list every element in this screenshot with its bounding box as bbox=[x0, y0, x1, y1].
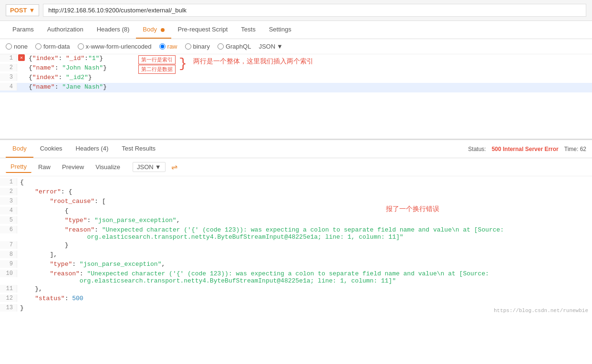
resp-line-11: 11 }, bbox=[0, 285, 592, 294]
resp-linenum-6: 6 bbox=[0, 226, 17, 233]
resp-linecode-3: "root_cause": [ bbox=[17, 197, 108, 205]
resp-linecode-12: "status": 500 bbox=[17, 294, 86, 303]
method-chevron: ▼ bbox=[29, 7, 35, 14]
editor-line-1: 1 ✕ {"index": "_id":"1"} bbox=[0, 54, 592, 64]
resp-tab-body[interactable]: Body bbox=[6, 140, 33, 158]
tab-params[interactable]: Params bbox=[6, 21, 41, 39]
body-dot bbox=[161, 28, 165, 32]
json-format-dropdown[interactable]: JSON ▼ bbox=[133, 162, 166, 172]
option-urlencoded[interactable]: x-www-form-urlencoded bbox=[78, 43, 152, 50]
tab-headers[interactable]: Headers (8) bbox=[90, 21, 136, 39]
resp-linenum-5: 5 bbox=[0, 216, 17, 224]
option-none[interactable]: none bbox=[6, 43, 28, 50]
json-format-button[interactable]: JSON ▼ bbox=[259, 43, 283, 50]
resp-linecode-8: ], bbox=[17, 251, 60, 259]
resp-tab-headers[interactable]: Headers (4) bbox=[69, 140, 115, 158]
tab-settings[interactable]: Settings bbox=[262, 21, 298, 39]
resp-linenum-2: 2 bbox=[0, 188, 17, 195]
resp-line-2: 2 "error": { bbox=[0, 188, 592, 197]
resp-line-10: 10 "reason": "Unexpected character ('{' … bbox=[0, 270, 592, 285]
resp-linecode-2: "error": { bbox=[17, 188, 75, 196]
resp-line-6: 6 "reason": "Unexpected character ('{' (… bbox=[0, 226, 592, 241]
resp-line-12: 12 "status": 500 bbox=[0, 294, 592, 304]
resp-linenum-7: 7 bbox=[0, 241, 17, 249]
line-num-2: 2 bbox=[0, 64, 17, 71]
resp-linenum-1: 1 bbox=[0, 178, 17, 186]
tab-body[interactable]: Body bbox=[136, 21, 171, 39]
resp-linenum-10: 10 bbox=[0, 270, 17, 277]
resp-tabs: Body Cookies Headers (4) Test Results bbox=[6, 140, 162, 158]
watermark: https://blog.csdn.net/runewbie bbox=[494, 308, 588, 313]
line-num-4: 4 bbox=[0, 83, 17, 91]
resp-linenum-8: 8 bbox=[0, 251, 17, 258]
url-input[interactable] bbox=[43, 4, 586, 17]
resp-linenum-12: 12 bbox=[0, 294, 17, 302]
time-value: Time: 62 bbox=[564, 146, 586, 152]
option-binary[interactable]: binary bbox=[185, 43, 210, 50]
output-tabs: Pretty Raw Preview Visualize JSON ▼ ⇌ bbox=[0, 158, 592, 176]
json-format-label: JSON bbox=[137, 163, 154, 171]
resp-linecode-1: { bbox=[17, 178, 27, 186]
resp-linecode-13: } bbox=[17, 304, 27, 312]
line-code-1: {"index": "_id":"1"} bbox=[26, 54, 106, 62]
editor-area[interactable]: 1 ✕ {"index": "_id":"1"} 2 {"name": "Joh… bbox=[0, 54, 592, 140]
request-tabs: Params Authorization Headers (8) Body Pr… bbox=[0, 21, 592, 39]
option-raw[interactable]: raw bbox=[159, 43, 177, 50]
resp-line-5: 5 "type": "json_parse_exception", bbox=[0, 216, 592, 226]
resp-linenum-3: 3 bbox=[0, 197, 17, 205]
resp-linenum-13: 13 bbox=[0, 304, 17, 312]
tab-tests[interactable]: Tests bbox=[234, 21, 262, 39]
json-label: JSON bbox=[259, 43, 275, 50]
resp-tab-cookies[interactable]: Cookies bbox=[33, 140, 69, 158]
line-num-3: 3 bbox=[0, 73, 17, 81]
resp-linecode-10: "reason": "Unexpected character ('{' (co… bbox=[17, 270, 492, 285]
resp-linenum-11: 11 bbox=[0, 285, 17, 293]
response-area: Body Cookies Headers (4) Test Results St… bbox=[0, 140, 592, 315]
tab-prerequest[interactable]: Pre-request Script bbox=[171, 21, 235, 39]
editor-lines: 1 ✕ {"index": "_id":"1"} 2 {"name": "Joh… bbox=[0, 54, 592, 92]
wrap-icon[interactable]: ⇌ bbox=[171, 162, 177, 172]
editor-line-3: 3 {"index": "_id2"} bbox=[0, 73, 592, 83]
resp-code: 1 { 2 "error": { 3 "root_cause": [ 4 { 5… bbox=[0, 176, 592, 315]
resp-linenum-9: 9 bbox=[0, 260, 17, 268]
resp-line-4: 4 { bbox=[0, 207, 592, 216]
resp-tab-testresults[interactable]: Test Results bbox=[115, 140, 162, 158]
status-info: Status: 500 Internal Server Error Time: … bbox=[468, 146, 586, 152]
line-code-2: {"name": "John Nash"} bbox=[26, 64, 110, 72]
out-tab-preview[interactable]: Preview bbox=[57, 162, 89, 172]
json-format-chevron: ▼ bbox=[155, 163, 161, 171]
line-code-4: {"name": "Jane Nash"} bbox=[26, 83, 110, 91]
resp-linecode-4: { bbox=[17, 207, 71, 215]
resp-line-1: 1 { bbox=[0, 178, 592, 188]
line-num-1: 1 bbox=[0, 54, 17, 62]
resp-linecode-6: "reason": "Unexpected character ('{' (co… bbox=[17, 226, 507, 241]
resp-linenum-4: 4 bbox=[0, 207, 17, 214]
status-value: 500 Internal Server Error bbox=[492, 146, 559, 152]
tab-authorization[interactable]: Authorization bbox=[41, 21, 90, 39]
resp-line-3: 3 "root_cause": [ bbox=[0, 197, 592, 207]
out-tab-visualize[interactable]: Visualize bbox=[91, 162, 125, 172]
editor-line-2: 2 {"name": "John Nash"} bbox=[0, 64, 592, 73]
body-options: none form-data x-www-form-urlencoded raw… bbox=[0, 39, 592, 54]
method-select[interactable]: POST ▼ bbox=[6, 4, 39, 16]
status-label: Status: bbox=[468, 146, 486, 152]
resp-line-8: 8 ], bbox=[0, 251, 592, 260]
editor-line-4: 4 {"name": "Jane Nash"} bbox=[0, 83, 592, 92]
option-graphql[interactable]: GraphQL bbox=[218, 43, 251, 50]
out-tab-pretty[interactable]: Pretty bbox=[6, 161, 31, 173]
resp-linecode-11: }, bbox=[17, 285, 45, 293]
resp-line-7: 7 } bbox=[0, 241, 592, 251]
resp-line-9: 9 "type": "json_parse_exception", bbox=[0, 260, 592, 270]
json-chevron: ▼ bbox=[277, 43, 283, 50]
error-icon-1: ✕ bbox=[17, 54, 26, 61]
line-code-3: {"index": "_id2"} bbox=[26, 73, 95, 81]
method-label: POST bbox=[10, 7, 27, 14]
option-formdata[interactable]: form-data bbox=[35, 43, 70, 50]
resp-linecode-5: "type": "json_parse_exception", bbox=[17, 216, 183, 224]
out-tab-raw[interactable]: Raw bbox=[33, 162, 55, 172]
url-bar: POST ▼ bbox=[0, 0, 592, 21]
resp-tabs-bar: Body Cookies Headers (4) Test Results St… bbox=[0, 140, 592, 158]
resp-linecode-7: } bbox=[17, 241, 71, 249]
resp-linecode-9: "type": "json_parse_exception", bbox=[17, 260, 168, 268]
